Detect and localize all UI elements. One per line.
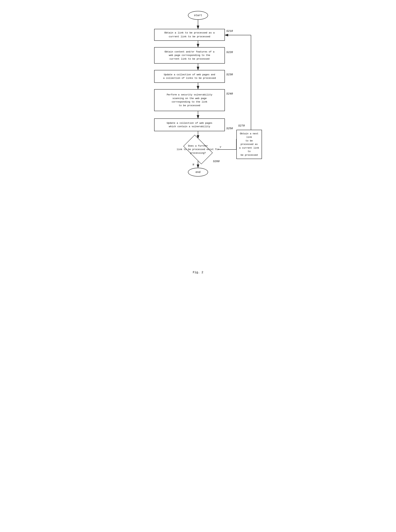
s270-node: Obtain a next linkto be processed asa cu… [236,130,262,159]
s210-node: Obtain a link to be processed as acurren… [154,29,225,41]
start-node: start [188,11,208,20]
s240-node: Perform a security vulnerabilityscanning… [154,89,225,111]
s260-node: Does a furtherlink to be processed exist… [176,139,220,160]
s210-label: S210 [226,30,233,33]
s230-label: S230 [226,73,233,76]
s270-label: S270 [238,124,245,127]
svg-text:N: N [192,163,194,166]
s240-label: S240 [226,92,233,95]
s220-label: S220 [226,51,233,54]
end-node: end [188,168,208,177]
s260-label: S260 [213,160,220,163]
figure-caption: Fig. 2 [134,271,262,274]
s230-node: Update a collection of web pages anda co… [154,70,225,83]
s250-node: Update a collection of web pageswhich co… [154,118,225,131]
s250-label: S250 [226,127,233,130]
flowchart-container: N Y start Obtain a link to be processed … [134,7,262,263]
s220-node: Obtain content and/or features of aweb p… [154,47,225,64]
